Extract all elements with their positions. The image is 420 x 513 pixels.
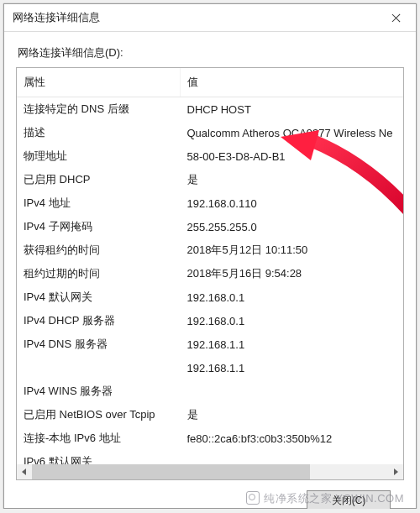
cell-property: IPv4 子网掩码 — [17, 215, 181, 238]
watermark: 纯净系统之家 YCWIN.COM — [246, 491, 404, 506]
cell-property: 已启用 NetBIOS over Tcpip — [17, 403, 181, 427]
dialog-body: 网络连接详细信息(D): 属性 值 连接特定的 DNS 后缀DHCP HOST描… — [4, 32, 416, 509]
titlebar: 网络连接详细信息 — [4, 4, 416, 32]
cell-value: 192.168.0.110 — [181, 191, 404, 215]
cell-value: Qualcomm Atheros QCA9377 Wireless Ne — [181, 121, 404, 144]
cell-value: 192.168.1.1 — [181, 332, 404, 356]
cell-property — [17, 356, 181, 380]
cell-value: 2018年5月16日 9:54:28 — [181, 262, 404, 285]
details-list: 属性 值 连接特定的 DNS 后缀DHCP HOST描述Qualcomm Ath… — [16, 67, 404, 480]
table-row[interactable]: IPv4 DNS 服务器192.168.1.1 — [17, 332, 403, 356]
cell-value: 192.168.0.1 — [181, 309, 404, 332]
cell-property: IPv4 默认网关 — [17, 285, 181, 309]
cell-property: 连接-本地 IPv6 地址 — [17, 427, 181, 450]
table-row[interactable]: 已启用 DHCP是 — [17, 168, 403, 191]
table-row[interactable]: 已启用 NetBIOS over Tcpip是 — [17, 403, 403, 427]
table-row[interactable]: 物理地址58-00-E3-D8-AD-B1 — [17, 144, 403, 168]
svg-marker-1 — [22, 469, 26, 475]
cell-property: IPv4 DNS 服务器 — [17, 332, 181, 356]
dialog-window: 网络连接详细信息 网络连接详细信息(D): 属性 值 连接特定的 DNS 后缀D… — [3, 3, 417, 509]
scroll-thumb[interactable] — [32, 464, 310, 479]
table-row[interactable]: 192.168.1.1 — [17, 356, 403, 380]
col-header-value[interactable]: 值 — [181, 68, 404, 97]
table-row[interactable]: IPv4 地址192.168.0.110 — [17, 191, 403, 215]
cell-value: DHCP HOST — [181, 97, 404, 122]
cell-property: 租约过期的时间 — [17, 262, 181, 285]
scroll-track[interactable] — [32, 464, 388, 479]
cell-property: IPv4 WINS 服务器 — [17, 380, 181, 403]
cell-value: 是 — [181, 168, 404, 191]
cell-property: 连接特定的 DNS 后缀 — [17, 97, 181, 122]
details-table: 属性 值 连接特定的 DNS 后缀DHCP HOST描述Qualcomm Ath… — [17, 68, 403, 480]
cell-property: IPv4 地址 — [17, 191, 181, 215]
svg-marker-2 — [394, 469, 398, 475]
cell-value: 58-00-E3-D8-AD-B1 — [181, 144, 404, 168]
cell-property: 已启用 DHCP — [17, 168, 181, 191]
cell-value: 192.168.1.1 — [181, 356, 404, 380]
table-row[interactable]: IPv4 子网掩码255.255.255.0 — [17, 215, 403, 238]
cell-value: 192.168.0.1 — [181, 285, 404, 309]
window-title: 网络连接详细信息 — [13, 10, 100, 25]
col-header-property[interactable]: 属性 — [17, 68, 181, 97]
watermark-logo-icon — [246, 491, 260, 505]
cell-value — [181, 380, 404, 403]
table-row[interactable]: IPv4 默认网关192.168.0.1 — [17, 285, 403, 309]
table-row[interactable]: IPv4 DHCP 服务器192.168.0.1 — [17, 309, 403, 332]
close-icon — [392, 13, 401, 22]
close-button[interactable] — [377, 4, 416, 31]
cell-property: 物理地址 — [17, 144, 181, 168]
cell-property: IPv4 DHCP 服务器 — [17, 309, 181, 332]
details-label: 网络连接详细信息(D): — [18, 45, 404, 60]
table-row[interactable]: 租约过期的时间2018年5月16日 9:54:28 — [17, 262, 403, 285]
table-row[interactable]: 描述Qualcomm Atheros QCA9377 Wireless Ne — [17, 121, 403, 144]
cell-property: 获得租约的时间 — [17, 238, 181, 262]
cell-value: 255.255.255.0 — [181, 215, 404, 238]
scroll-left-button[interactable] — [17, 464, 32, 479]
table-row[interactable]: 获得租约的时间2018年5月12日 10:11:50 — [17, 238, 403, 262]
scroll-right-button[interactable] — [388, 464, 403, 479]
cell-value: 是 — [181, 403, 404, 427]
cell-value: 2018年5月12日 10:11:50 — [181, 238, 404, 262]
horizontal-scrollbar[interactable] — [17, 464, 403, 479]
cell-value: fe80::2ca6:bf3:c0b3:350b%12 — [181, 427, 404, 450]
table-row[interactable]: IPv4 WINS 服务器 — [17, 380, 403, 403]
table-row[interactable]: 连接-本地 IPv6 地址fe80::2ca6:bf3:c0b3:350b%12 — [17, 427, 403, 450]
watermark-text: 纯净系统之家 YCWIN.COM — [264, 492, 404, 505]
cell-property: 描述 — [17, 121, 181, 144]
table-row[interactable]: 连接特定的 DNS 后缀DHCP HOST — [17, 97, 403, 122]
